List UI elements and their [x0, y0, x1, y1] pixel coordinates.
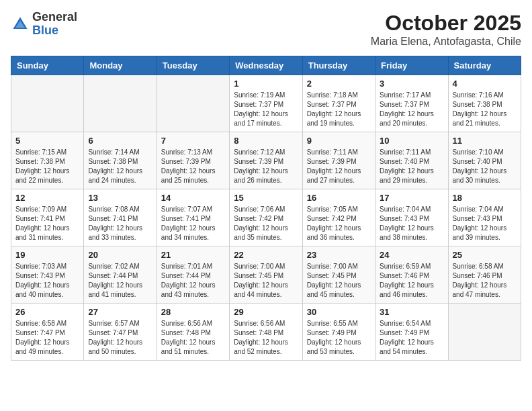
- day-info: Sunrise: 7:00 AMSunset: 7:45 PMDaylight:…: [234, 262, 298, 300]
- day-number: 2: [307, 79, 371, 89]
- day-of-week-header: Friday: [375, 56, 448, 75]
- day-info: Sunrise: 7:16 AMSunset: 7:38 PMDaylight:…: [453, 91, 517, 128]
- calendar-cell: 7Sunrise: 7:13 AMSunset: 7:39 PMDaylight…: [157, 132, 229, 189]
- day-number: 5: [15, 136, 79, 146]
- day-number: 15: [234, 193, 298, 203]
- day-info: Sunrise: 6:55 AMSunset: 7:49 PMDaylight:…: [307, 319, 371, 357]
- day-info: Sunrise: 7:12 AMSunset: 7:39 PMDaylight:…: [234, 148, 298, 185]
- day-info: Sunrise: 7:18 AMSunset: 7:37 PMDaylight:…: [307, 91, 371, 128]
- day-number: 28: [161, 307, 225, 317]
- logo-icon: [11, 15, 30, 34]
- calendar-cell: 10Sunrise: 7:11 AMSunset: 7:40 PMDayligh…: [375, 132, 448, 189]
- title-block: October 2025 Maria Elena, Antofagasta, C…: [371, 11, 521, 48]
- day-info: Sunrise: 7:06 AMSunset: 7:42 PMDaylight:…: [234, 205, 298, 242]
- logo-blue: Blue: [32, 24, 77, 38]
- day-number: 3: [380, 79, 443, 89]
- day-number: 9: [307, 136, 371, 146]
- calendar-cell: 8Sunrise: 7:12 AMSunset: 7:39 PMDaylight…: [230, 132, 302, 189]
- day-number: 4: [453, 79, 517, 89]
- day-of-week-header: Wednesday: [230, 56, 302, 75]
- calendar-cell: 27Sunrise: 6:57 AMSunset: 7:47 PMDayligh…: [84, 304, 157, 361]
- calendar-cell: 16Sunrise: 7:05 AMSunset: 7:42 PMDayligh…: [302, 189, 375, 246]
- day-info: Sunrise: 7:15 AMSunset: 7:38 PMDaylight:…: [15, 148, 79, 185]
- logo-general: General: [32, 11, 77, 24]
- day-number: 25: [453, 250, 517, 260]
- day-of-week-header: Sunday: [11, 56, 84, 75]
- day-number: 31: [380, 307, 443, 317]
- calendar-cell: 31Sunrise: 6:54 AMSunset: 7:49 PMDayligh…: [375, 304, 448, 361]
- day-number: 23: [307, 250, 371, 260]
- day-number: 26: [15, 307, 79, 317]
- calendar-cell: 23Sunrise: 7:00 AMSunset: 7:45 PMDayligh…: [302, 246, 375, 304]
- day-info: Sunrise: 7:09 AMSunset: 7:41 PMDaylight:…: [15, 205, 79, 242]
- calendar-cell: 6Sunrise: 7:14 AMSunset: 7:38 PMDaylight…: [84, 132, 157, 189]
- calendar-table: SundayMondayTuesdayWednesdayThursdayFrid…: [11, 56, 521, 361]
- calendar-cell: 3Sunrise: 7:17 AMSunset: 7:37 PMDaylight…: [375, 75, 448, 132]
- calendar-cell: 11Sunrise: 7:10 AMSunset: 7:40 PMDayligh…: [448, 132, 521, 189]
- calendar-cell: 28Sunrise: 6:56 AMSunset: 7:48 PMDayligh…: [157, 304, 229, 361]
- calendar-cell: 13Sunrise: 7:08 AMSunset: 7:41 PMDayligh…: [84, 189, 157, 246]
- calendar-cell: [11, 75, 84, 132]
- day-number: 27: [88, 307, 152, 317]
- calendar-cell: [448, 304, 521, 361]
- calendar-cell: 30Sunrise: 6:55 AMSunset: 7:49 PMDayligh…: [302, 304, 375, 361]
- day-of-week-header: Saturday: [448, 56, 521, 75]
- day-number: 6: [88, 136, 152, 146]
- calendar-week-row: 5Sunrise: 7:15 AMSunset: 7:38 PMDaylight…: [11, 132, 521, 189]
- calendar-cell: 14Sunrise: 7:07 AMSunset: 7:41 PMDayligh…: [157, 189, 229, 246]
- day-info: Sunrise: 6:58 AMSunset: 7:47 PMDaylight:…: [15, 319, 79, 357]
- calendar-cell: 2Sunrise: 7:18 AMSunset: 7:37 PMDaylight…: [302, 75, 375, 132]
- day-number: 22: [234, 250, 298, 260]
- calendar-cell: 22Sunrise: 7:00 AMSunset: 7:45 PMDayligh…: [230, 246, 302, 304]
- calendar-cell: 26Sunrise: 6:58 AMSunset: 7:47 PMDayligh…: [11, 304, 84, 361]
- day-info: Sunrise: 7:07 AMSunset: 7:41 PMDaylight:…: [161, 205, 225, 242]
- page-header: General Blue October 2025 Maria Elena, A…: [11, 11, 521, 48]
- calendar-cell: 5Sunrise: 7:15 AMSunset: 7:38 PMDaylight…: [11, 132, 84, 189]
- calendar-cell: 29Sunrise: 6:56 AMSunset: 7:48 PMDayligh…: [230, 304, 302, 361]
- day-number: 7: [161, 136, 225, 146]
- day-number: 16: [307, 193, 371, 203]
- calendar-cell: [157, 75, 229, 132]
- calendar-cell: 4Sunrise: 7:16 AMSunset: 7:38 PMDaylight…: [448, 75, 521, 132]
- day-info: Sunrise: 7:02 AMSunset: 7:44 PMDaylight:…: [88, 262, 152, 300]
- day-of-week-header: Monday: [84, 56, 157, 75]
- day-info: Sunrise: 7:04 AMSunset: 7:43 PMDaylight:…: [453, 205, 517, 242]
- day-number: 18: [453, 193, 517, 203]
- calendar-cell: 9Sunrise: 7:11 AMSunset: 7:39 PMDaylight…: [302, 132, 375, 189]
- day-number: 19: [15, 250, 79, 260]
- day-number: 21: [161, 250, 225, 260]
- day-number: 17: [380, 193, 443, 203]
- header-row: SundayMondayTuesdayWednesdayThursdayFrid…: [11, 56, 521, 75]
- day-info: Sunrise: 7:04 AMSunset: 7:43 PMDaylight:…: [380, 205, 443, 242]
- day-info: Sunrise: 7:01 AMSunset: 7:44 PMDaylight:…: [161, 262, 225, 300]
- location-title: Maria Elena, Antofagasta, Chile: [371, 36, 521, 48]
- day-number: 10: [380, 136, 443, 146]
- calendar-week-row: 19Sunrise: 7:03 AMSunset: 7:43 PMDayligh…: [11, 246, 521, 304]
- logo-text: General Blue: [32, 11, 77, 38]
- day-info: Sunrise: 6:56 AMSunset: 7:48 PMDaylight:…: [161, 319, 225, 357]
- calendar-body: 1Sunrise: 7:19 AMSunset: 7:37 PMDaylight…: [11, 75, 521, 361]
- logo: General Blue: [11, 11, 77, 38]
- day-of-week-header: Thursday: [302, 56, 375, 75]
- day-info: Sunrise: 6:57 AMSunset: 7:47 PMDaylight:…: [88, 319, 152, 357]
- day-number: 29: [234, 307, 298, 317]
- day-info: Sunrise: 7:14 AMSunset: 7:38 PMDaylight:…: [88, 148, 152, 185]
- calendar-header: SundayMondayTuesdayWednesdayThursdayFrid…: [11, 56, 521, 75]
- day-number: 11: [453, 136, 517, 146]
- day-number: 14: [161, 193, 225, 203]
- day-info: Sunrise: 7:03 AMSunset: 7:43 PMDaylight:…: [15, 262, 79, 300]
- day-info: Sunrise: 7:19 AMSunset: 7:37 PMDaylight:…: [234, 91, 298, 128]
- calendar-cell: 15Sunrise: 7:06 AMSunset: 7:42 PMDayligh…: [230, 189, 302, 246]
- month-title: October 2025: [371, 11, 521, 36]
- day-number: 1: [234, 79, 298, 89]
- day-info: Sunrise: 7:05 AMSunset: 7:42 PMDaylight:…: [307, 205, 371, 242]
- day-info: Sunrise: 6:54 AMSunset: 7:49 PMDaylight:…: [380, 319, 443, 357]
- day-number: 20: [88, 250, 152, 260]
- calendar-cell: 20Sunrise: 7:02 AMSunset: 7:44 PMDayligh…: [84, 246, 157, 304]
- calendar-week-row: 26Sunrise: 6:58 AMSunset: 7:47 PMDayligh…: [11, 304, 521, 361]
- day-number: 12: [15, 193, 79, 203]
- day-info: Sunrise: 7:08 AMSunset: 7:41 PMDaylight:…: [88, 205, 152, 242]
- day-of-week-header: Tuesday: [157, 56, 229, 75]
- calendar-cell: 17Sunrise: 7:04 AMSunset: 7:43 PMDayligh…: [375, 189, 448, 246]
- calendar-week-row: 1Sunrise: 7:19 AMSunset: 7:37 PMDaylight…: [11, 75, 521, 132]
